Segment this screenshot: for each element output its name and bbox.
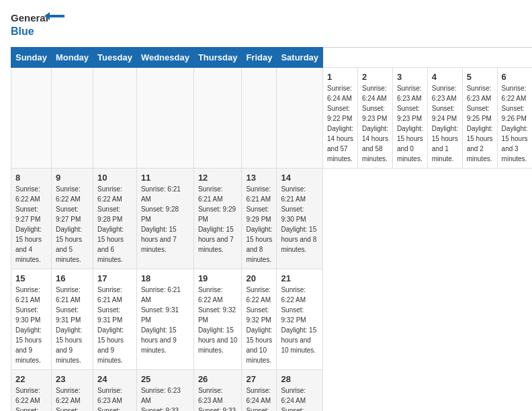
calendar-cell: [11, 68, 52, 169]
day-number: 21: [281, 273, 318, 283]
day-info: Sunrise: 6:22 AMSunset: 9:32 PMDaylight:…: [198, 285, 238, 355]
calendar-cell: 2Sunrise: 6:24 AMSunset: 9:23 PMDaylight…: [357, 68, 392, 169]
header-row: SundayMondayTuesdayWednesdayThursdayFrid…: [11, 48, 533, 68]
day-info: Sunrise: 6:22 AMSunset: 9:26 PMDaylight:…: [502, 83, 528, 164]
day-number: 12: [198, 173, 238, 183]
calendar-cell: 1Sunrise: 6:24 AMSunset: 9:22 PMDaylight…: [323, 68, 358, 169]
day-info: Sunrise: 6:22 AMSunset: 9:32 PMDaylight:…: [15, 385, 47, 411]
calendar-cell: 8Sunrise: 6:22 AMSunset: 9:27 PMDaylight…: [11, 169, 52, 269]
day-number: 19: [198, 273, 238, 283]
calendar-cell: 21Sunrise: 6:22 AMSunset: 9:32 PMDayligh…: [277, 269, 323, 370]
calendar-cell: 13Sunrise: 6:21 AMSunset: 9:29 PMDayligh…: [242, 169, 277, 269]
day-info: Sunrise: 6:24 AMSunset: 9:22 PMDaylight:…: [327, 83, 353, 164]
calendar-cell: [93, 68, 137, 169]
day-info: Sunrise: 6:23 AMSunset: 9:24 PMDaylight:…: [432, 83, 458, 164]
logo-svg: GeneralBlue: [11, 11, 64, 40]
day-info: Sunrise: 6:22 AMSunset: 9:27 PMDaylight:…: [56, 184, 89, 265]
col-header-tuesday: Tuesday: [93, 48, 137, 68]
svg-text:General: General: [11, 12, 48, 24]
col-header-saturday: Saturday: [277, 48, 323, 68]
day-number: 22: [15, 374, 47, 384]
day-number: 27: [246, 374, 272, 384]
day-info: Sunrise: 6:21 AMSunset: 9:30 PMDaylight:…: [281, 184, 318, 255]
week-row: 15Sunrise: 6:21 AMSunset: 9:30 PMDayligh…: [11, 269, 533, 370]
day-number: 15: [15, 273, 47, 283]
day-info: Sunrise: 6:23 AMSunset: 9:33 PMDaylight:…: [141, 385, 189, 411]
day-info: Sunrise: 6:21 AMSunset: 9:31 PMDaylight:…: [97, 285, 132, 365]
col-header-thursday: Thursday: [193, 48, 242, 68]
day-info: Sunrise: 6:21 AMSunset: 9:30 PMDaylight:…: [15, 285, 47, 365]
day-number: 17: [97, 273, 132, 283]
calendar-cell: [136, 68, 193, 169]
day-info: Sunrise: 6:23 AMSunset: 9:33 PMDaylight:…: [97, 385, 132, 411]
calendar-cell: [51, 68, 93, 169]
day-info: Sunrise: 6:23 AMSunset: 9:33 PMDaylight:…: [198, 385, 238, 411]
calendar-cell: 26Sunrise: 6:23 AMSunset: 9:33 PMDayligh…: [193, 370, 242, 412]
day-number: 18: [141, 273, 189, 283]
calendar-cell: 18Sunrise: 6:21 AMSunset: 9:31 PMDayligh…: [136, 269, 193, 370]
day-number: 25: [141, 374, 189, 384]
calendar-cell: 14Sunrise: 6:21 AMSunset: 9:30 PMDayligh…: [277, 169, 323, 269]
day-number: 8: [15, 173, 47, 183]
day-number: 20: [246, 273, 272, 283]
day-number: 2: [362, 72, 388, 82]
calendar-cell: 15Sunrise: 6:21 AMSunset: 9:30 PMDayligh…: [11, 269, 52, 370]
day-info: Sunrise: 6:22 AMSunset: 9:32 PMDaylight:…: [281, 285, 318, 355]
calendar-cell: 6Sunrise: 6:22 AMSunset: 9:26 PMDaylight…: [497, 68, 532, 169]
day-number: 14: [281, 173, 318, 183]
day-info: Sunrise: 6:24 AMSunset: 9:23 PMDaylight:…: [362, 83, 388, 164]
calendar-cell: 19Sunrise: 6:22 AMSunset: 9:32 PMDayligh…: [193, 269, 242, 370]
day-number: 28: [281, 374, 318, 384]
calendar-cell: [193, 68, 242, 169]
svg-text:Blue: Blue: [11, 26, 34, 37]
day-number: 13: [246, 173, 272, 183]
week-row: 22Sunrise: 6:22 AMSunset: 9:32 PMDayligh…: [11, 370, 533, 412]
calendar-cell: 9Sunrise: 6:22 AMSunset: 9:27 PMDaylight…: [51, 169, 93, 269]
calendar-cell: 11Sunrise: 6:21 AMSunset: 9:28 PMDayligh…: [136, 169, 193, 269]
day-info: Sunrise: 6:23 AMSunset: 9:25 PMDaylight:…: [467, 83, 493, 164]
day-number: 16: [56, 273, 89, 283]
calendar-cell: 3Sunrise: 6:23 AMSunset: 9:23 PMDaylight…: [392, 68, 427, 169]
day-number: 11: [141, 173, 189, 183]
calendar-cell: [242, 68, 277, 169]
day-info: Sunrise: 6:23 AMSunset: 9:23 PMDaylight:…: [397, 83, 423, 164]
calendar-cell: 20Sunrise: 6:22 AMSunset: 9:32 PMDayligh…: [242, 269, 277, 370]
calendar-cell: 28Sunrise: 6:24 AMSunset: 9:33 PMDayligh…: [277, 370, 323, 412]
header: GeneralBlue: [11, 11, 521, 40]
col-header-friday: Friday: [242, 48, 277, 68]
day-number: 4: [432, 72, 458, 82]
col-header-monday: Monday: [51, 48, 93, 68]
calendar-cell: 16Sunrise: 6:21 AMSunset: 9:31 PMDayligh…: [51, 269, 93, 370]
day-info: Sunrise: 6:21 AMSunset: 9:31 PMDaylight:…: [56, 285, 89, 365]
calendar-cell: 22Sunrise: 6:22 AMSunset: 9:32 PMDayligh…: [11, 370, 52, 412]
calendar-cell: 12Sunrise: 6:21 AMSunset: 9:29 PMDayligh…: [193, 169, 242, 269]
calendar-cell: 5Sunrise: 6:23 AMSunset: 9:25 PMDaylight…: [462, 68, 497, 169]
day-info: Sunrise: 6:22 AMSunset: 9:27 PMDaylight:…: [15, 184, 47, 265]
calendar-cell: 27Sunrise: 6:24 AMSunset: 9:33 PMDayligh…: [242, 370, 277, 412]
day-number: 10: [97, 173, 132, 183]
day-info: Sunrise: 6:21 AMSunset: 9:28 PMDaylight:…: [141, 184, 189, 255]
day-number: 24: [97, 374, 132, 384]
col-header-sunday: Sunday: [11, 48, 52, 68]
week-row: 1Sunrise: 6:24 AMSunset: 9:22 PMDaylight…: [11, 68, 533, 169]
day-number: 5: [467, 72, 493, 82]
col-header-wednesday: Wednesday: [136, 48, 193, 68]
logo: GeneralBlue: [11, 11, 64, 40]
calendar-table: SundayMondayTuesdayWednesdayThursdayFrid…: [11, 47, 532, 411]
day-info: Sunrise: 6:21 AMSunset: 9:29 PMDaylight:…: [246, 184, 272, 265]
calendar-cell: 23Sunrise: 6:22 AMSunset: 9:33 PMDayligh…: [51, 370, 93, 412]
day-number: 23: [56, 374, 89, 384]
day-info: Sunrise: 6:24 AMSunset: 9:33 PMDaylight:…: [246, 385, 272, 411]
calendar-cell: 24Sunrise: 6:23 AMSunset: 9:33 PMDayligh…: [93, 370, 137, 412]
day-info: Sunrise: 6:21 AMSunset: 9:31 PMDaylight:…: [141, 285, 189, 355]
day-number: 3: [397, 72, 423, 82]
calendar-cell: 10Sunrise: 6:22 AMSunset: 9:28 PMDayligh…: [93, 169, 137, 269]
day-info: Sunrise: 6:22 AMSunset: 9:33 PMDaylight:…: [56, 385, 89, 411]
day-number: 26: [198, 374, 238, 384]
day-info: Sunrise: 6:22 AMSunset: 9:28 PMDaylight:…: [97, 184, 132, 265]
calendar-cell: 25Sunrise: 6:23 AMSunset: 9:33 PMDayligh…: [136, 370, 193, 412]
day-number: 1: [327, 72, 353, 82]
day-info: Sunrise: 6:22 AMSunset: 9:32 PMDaylight:…: [246, 285, 272, 365]
day-number: 6: [502, 72, 528, 82]
calendar-cell: [277, 68, 323, 169]
